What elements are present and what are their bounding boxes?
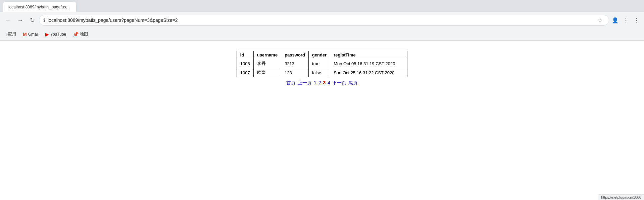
back-button[interactable]: ← — [3, 15, 13, 26]
secure-icon: ℹ — [43, 17, 45, 23]
address-bar[interactable] — [48, 17, 593, 23]
pagination-prev[interactable]: 上一页 — [298, 80, 312, 86]
cell-id-1: 1007 — [237, 68, 253, 77]
col-header-registtime: registTime — [330, 51, 407, 59]
col-header-username: username — [253, 51, 281, 59]
cell-id-0: 1006 — [237, 59, 253, 68]
pagination-page-2[interactable]: 2 — [318, 80, 321, 86]
pagination-page-1[interactable]: 1 — [314, 80, 316, 86]
cell-gender-0: true — [308, 59, 330, 68]
users-table: id username password gender registTime 1… — [237, 51, 407, 77]
cell-password-1: 123 — [281, 68, 309, 77]
refresh-button[interactable]: ↻ — [27, 15, 38, 26]
bookmark-maps[interactable]: 📌 地图 — [70, 30, 91, 38]
pagination-page-4[interactable]: 4 — [328, 80, 330, 86]
table-row: 1006李丹3213trueMon Oct 05 16:31:19 CST 20… — [237, 59, 407, 68]
bookmark-maps-label: 地图 — [80, 31, 88, 37]
apps-icon: ⁝ — [5, 32, 7, 37]
cell-password-0: 3213 — [281, 59, 309, 68]
pagination-last[interactable]: 尾页 — [348, 80, 358, 86]
col-header-id: id — [237, 51, 253, 59]
star-button[interactable]: ☆ — [595, 15, 605, 25]
page-content: id username password gender registTime 1… — [0, 41, 644, 195]
cell-username-0: 李丹 — [253, 59, 281, 68]
table-row: 1007欧皇123falseSun Oct 25 16:31:22 CST 20… — [237, 68, 407, 77]
cell-gender-1: false — [308, 68, 330, 77]
tab-title: localhost:8089/mybatis_page/users?pageNu… — [8, 5, 71, 9]
bookmarks-bar: ⁝ 应用 M Gmail ▶ YouTube 📌 地图 — [0, 28, 644, 40]
pagination: 首页 上一页 1 2 3 4 下一页 尾页 — [286, 80, 358, 86]
maps-icon: 📌 — [73, 32, 79, 37]
bookmark-gmail[interactable]: M Gmail — [20, 30, 41, 38]
col-header-password: password — [281, 51, 309, 59]
youtube-icon: ▶ — [45, 32, 49, 37]
extensions-button[interactable]: ⋮ — [621, 15, 631, 25]
gmail-icon: M — [23, 32, 27, 37]
table-header-row: id username password gender registTime — [237, 51, 407, 59]
cell-registTime-1: Sun Oct 25 16:31:22 CST 2020 — [330, 68, 407, 77]
bookmark-apps-label: 应用 — [8, 31, 16, 37]
profile-button[interactable]: 👤 — [610, 15, 620, 25]
cell-registTime-0: Mon Oct 05 16:31:19 CST 2020 — [330, 59, 407, 68]
bookmark-apps[interactable]: ⁝ 应用 — [3, 30, 19, 38]
bookmark-youtube-label: YouTube — [50, 32, 66, 37]
address-bar-container: ℹ ☆ — [39, 15, 609, 26]
browser-chrome: localhost:8089/mybatis_page/users?pageNu… — [0, 0, 644, 41]
nav-bar: ← → ↻ ℹ ☆ 👤 ⋮ ⋮ — [0, 12, 644, 28]
cell-username-1: 欧皇 — [253, 68, 281, 77]
status-bar: https://netplugin.cn/1000 — [598, 194, 644, 195]
tab-bar: localhost:8089/mybatis_page/users?pageNu… — [0, 0, 644, 12]
col-header-gender: gender — [308, 51, 330, 59]
active-tab[interactable]: localhost:8089/mybatis_page/users?pageNu… — [3, 1, 77, 12]
forward-button[interactable]: → — [15, 15, 26, 26]
address-right-icons: ☆ — [595, 15, 605, 25]
pagination-page-3-current: 3 — [323, 80, 326, 86]
menu-button[interactable]: ⋮ — [632, 15, 641, 25]
pagination-next[interactable]: 下一页 — [332, 80, 346, 86]
bookmark-gmail-label: Gmail — [28, 32, 39, 37]
pagination-first[interactable]: 首页 — [286, 80, 296, 86]
bookmark-youtube[interactable]: ▶ YouTube — [43, 30, 69, 38]
